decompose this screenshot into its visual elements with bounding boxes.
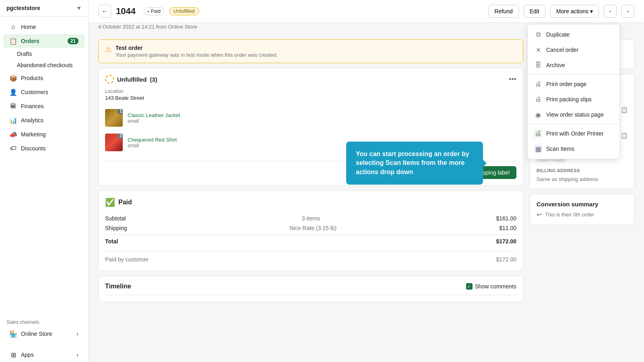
conversion-summary-card: Conversion summary ↩ This is their 0th o… bbox=[530, 194, 634, 225]
order-item: 1 Classic Leather Jacket small bbox=[105, 106, 516, 130]
shipping-row: Shipping Nice Rate (3.15 lb) $11.00 bbox=[105, 223, 516, 233]
orders-icon: 📋 bbox=[10, 37, 17, 45]
finances-icon: 🏛 bbox=[10, 103, 17, 110]
sidebar-item-online-store[interactable]: 🏪 Online Store › bbox=[3, 327, 85, 341]
view-status-icon: ◉ bbox=[534, 111, 542, 119]
apps-arrow: › bbox=[76, 352, 78, 358]
discounts-icon: 🏷 bbox=[10, 145, 17, 152]
prev-order-button[interactable]: ‹ bbox=[604, 5, 617, 18]
refund-button[interactable]: Refund bbox=[489, 5, 519, 18]
more-actions-chevron: ▾ bbox=[590, 8, 593, 14]
sidebar-item-products[interactable]: 📦 Products bbox=[3, 71, 85, 85]
sidebar-item-home[interactable]: ⌂ Home bbox=[3, 20, 85, 34]
dropdown-item-print-packing[interactable]: 🖨 Print packing slips bbox=[528, 92, 619, 107]
sidebar: pgcteststore ▼ ⌂ Home 📋 Orders 21 Drafts… bbox=[0, 0, 89, 362]
online-store-icon: 🏪 bbox=[10, 330, 17, 337]
item-name-link-2[interactable]: Chequered Red Shirt bbox=[128, 137, 177, 143]
sidebar-item-abandoned[interactable]: Abandoned checkouts bbox=[0, 60, 88, 71]
sidebar-item-orders-label: Orders bbox=[21, 38, 39, 44]
sidebar-item-orders[interactable]: 📋 Orders 21 bbox=[3, 34, 85, 48]
sales-channels-label: Sales channels bbox=[0, 316, 88, 327]
dropdown-item-print-order-printer[interactable]: 🖨 Print with Order Printer bbox=[528, 126, 619, 141]
billing-address-label: BILLING ADDRESS bbox=[537, 168, 627, 173]
sidebar-item-discounts-label: Discounts bbox=[21, 145, 45, 152]
test-banner-message: Your payment gateway was in test mode wh… bbox=[116, 52, 278, 58]
print-packing-icon: 🖨 bbox=[534, 95, 542, 103]
payment-card: ✅ Paid Subtotal 3 items $161.00 Shipping… bbox=[98, 191, 523, 271]
sidebar-item-marketing[interactable]: 📣 Marketing bbox=[3, 128, 85, 141]
sidebar-item-products-label: Products bbox=[21, 75, 43, 81]
duplicate-icon: ⧉ bbox=[534, 31, 542, 39]
online-store-label: Online Store bbox=[21, 331, 52, 337]
item-image-shirt: 2 bbox=[105, 134, 123, 151]
store-selector[interactable]: pgcteststore ▼ bbox=[0, 0, 88, 16]
home-icon: ⌂ bbox=[10, 23, 17, 31]
timeline-header: Timeline Show comments bbox=[105, 283, 516, 290]
conversion-text: ↩ This is their 0th order bbox=[537, 211, 627, 218]
copy-email-button[interactable]: 📋 bbox=[621, 107, 627, 113]
location-label: Location bbox=[105, 88, 516, 94]
archive-icon: 🗄 bbox=[534, 61, 542, 69]
dropdown-item-archive[interactable]: 🗄 Archive bbox=[528, 58, 619, 73]
test-order-banner: ⚠ Test order Your payment gateway was in… bbox=[98, 39, 523, 63]
paid-by-row: Paid by customer $172.00 bbox=[105, 251, 516, 264]
store-chevron: ▼ bbox=[76, 5, 82, 11]
customers-icon: 👤 bbox=[10, 88, 17, 96]
more-actions-button[interactable]: More actions ▾ bbox=[550, 5, 599, 18]
dropdown-item-cancel[interactable]: ✕ Cancel order bbox=[528, 42, 619, 58]
dropdown-item-view-status[interactable]: ◉ View order status page bbox=[528, 107, 619, 122]
unfulfilled-icon bbox=[105, 75, 114, 84]
test-banner-title: Test order bbox=[116, 45, 278, 51]
billing-address-same: Same as shipping address bbox=[537, 176, 627, 182]
sidebar-item-finances[interactable]: 🏛 Finances bbox=[3, 99, 85, 113]
item-name-link-1[interactable]: Classic Leather Jacket bbox=[128, 112, 180, 118]
dropdown-item-duplicate[interactable]: ⧉ Duplicate bbox=[528, 27, 619, 42]
show-comments-checkbox[interactable] bbox=[466, 283, 473, 290]
unfulfilled-menu-button[interactable]: ••• bbox=[509, 75, 516, 84]
conversion-title: Conversion summary bbox=[537, 201, 627, 208]
show-comments-toggle[interactable]: Show comments bbox=[466, 283, 516, 290]
print-order-icon: 🖨 bbox=[534, 80, 542, 88]
sidebar-item-finances-label: Finances bbox=[21, 103, 44, 109]
sidebar-item-analytics-label: Analytics bbox=[21, 117, 43, 123]
warning-icon: ⚠ bbox=[105, 45, 111, 54]
analytics-icon: 📊 bbox=[10, 117, 17, 124]
timeline-card: Timeline Show comments bbox=[98, 276, 523, 302]
dropdown-item-print-order[interactable]: 🖨 Print order page bbox=[528, 76, 619, 92]
products-icon: 📦 bbox=[10, 74, 17, 82]
apps-label: Apps bbox=[21, 352, 34, 358]
copy-address-button[interactable]: 📋 bbox=[621, 132, 627, 139]
paid-badge: Paid bbox=[144, 7, 164, 15]
sidebar-item-customers-label: Customers bbox=[21, 89, 48, 95]
sidebar-item-discounts[interactable]: 🏷 Discounts bbox=[3, 142, 85, 155]
location-name: 143 Beale Street bbox=[105, 95, 516, 101]
item-image-jacket: 1 bbox=[105, 109, 123, 127]
cancel-icon: ✕ bbox=[534, 46, 542, 54]
total-row: Total $172.00 bbox=[105, 234, 516, 246]
item-qty-2: 2 bbox=[117, 134, 123, 139]
next-order-button[interactable]: › bbox=[621, 5, 634, 18]
sidebar-item-marketing-label: Marketing bbox=[21, 131, 45, 138]
sidebar-item-analytics[interactable]: 📊 Analytics bbox=[3, 113, 85, 127]
unfulfilled-badge: Unfulfilled bbox=[169, 7, 199, 15]
item-qty-1: 1 bbox=[117, 109, 123, 115]
tooltip-callout: You can start processing an order by sel… bbox=[346, 142, 483, 185]
sidebar-item-home-label: Home bbox=[21, 24, 36, 30]
edit-button[interactable]: Edit bbox=[524, 5, 545, 18]
print-order-printer-icon: 🖨 bbox=[534, 130, 542, 138]
sidebar-item-customers[interactable]: 👤 Customers bbox=[3, 85, 85, 99]
sidebar-item-drafts[interactable]: Drafts bbox=[0, 48, 88, 60]
order-number: 1044 bbox=[116, 6, 136, 16]
marketing-icon: 📣 bbox=[10, 131, 17, 138]
item-variant-1: small bbox=[128, 118, 516, 124]
orders-badge: 21 bbox=[68, 38, 78, 44]
item-details-1: Classic Leather Jacket small bbox=[128, 112, 516, 124]
apps-icon: ⊞ bbox=[10, 351, 17, 358]
back-button[interactable]: ← bbox=[98, 5, 111, 18]
topbar: ← 1044 Paid Unfulfilled Refund Edit More… bbox=[89, 0, 644, 23]
dropdown-menu: ⧉ Duplicate ✕ Cancel order 🗄 Archive 🖨 P… bbox=[527, 24, 620, 159]
paid-check-icon: ✅ bbox=[105, 197, 115, 207]
sidebar-item-apps[interactable]: ⊞ Apps › bbox=[3, 348, 85, 362]
dropdown-item-scan-items[interactable]: ▦ Scan Items bbox=[528, 141, 619, 156]
scan-items-icon: ▦ bbox=[534, 145, 542, 153]
